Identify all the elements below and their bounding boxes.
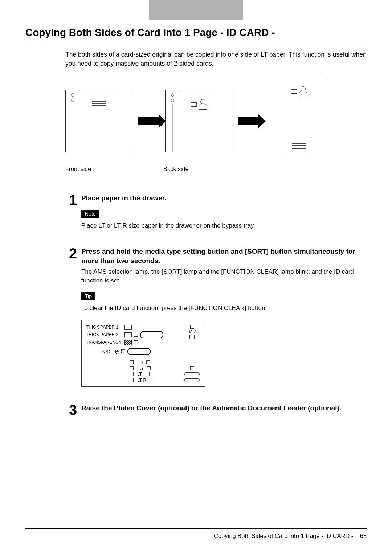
size-label: LG (137, 366, 143, 371)
step-1: 1 Place paper in the drawer. Note Place … (69, 193, 367, 230)
page-title: Copying Both Sides of Card into 1 Page -… (25, 27, 367, 38)
monitor-icon (189, 335, 195, 339)
sheet-icon (124, 332, 132, 337)
tip-label: Tip (81, 292, 95, 300)
panel-label: THICK PAPER 2 (86, 332, 122, 337)
output-sheet (270, 80, 328, 163)
note-text: Place LT or LT-R size paper in the drawe… (81, 221, 367, 230)
diagram-captions: Front side Back side (65, 166, 367, 172)
step-number: 3 (69, 403, 81, 417)
panel-label: SORT (101, 349, 113, 354)
panel-label: TRANSPARENCY (86, 340, 122, 345)
size-list: LD LG LT LT-R (130, 360, 176, 383)
note-label: Note (81, 210, 99, 218)
size-label: LD (137, 360, 143, 365)
step-2: 2 Press and hold the media type setting … (69, 246, 367, 387)
step-title: Place paper in the drawer. (81, 194, 367, 203)
panel-label: THICK PAPER 1 (86, 325, 122, 330)
oval-button-icon (140, 331, 163, 338)
scanner-front (65, 90, 133, 152)
step-3: 3 Raise the Platen Cover (optional) or t… (69, 403, 367, 417)
step-body-text: The AMS selection lamp, the [SORT] lamp … (81, 268, 367, 285)
scanner-back (165, 90, 233, 152)
card-back-icon (186, 95, 212, 114)
output-back-icon (291, 86, 307, 97)
slot-icon (184, 378, 200, 382)
size-label: LT (137, 372, 142, 377)
caption-front: Front side (65, 166, 163, 172)
tip-text: To clear the ID card function, press the… (81, 304, 367, 313)
step-number: 2 (69, 246, 81, 387)
title-rule (25, 41, 367, 41)
intro-text: The both sides of a card-sized original … (65, 50, 367, 69)
caption-back: Back side (163, 166, 261, 172)
arrow-icon (138, 117, 160, 125)
page-number: 63 (360, 533, 367, 539)
step-title: Press and hold the media type setting bu… (81, 247, 367, 265)
footer-title: Copying Both Sides of Card into 1 Page -… (214, 533, 353, 539)
card-front-icon (86, 95, 112, 114)
page-footer: Copying Both Sides of Card into 1 Page -… (25, 525, 367, 539)
oval-button-icon (127, 348, 151, 355)
size-label: LT-R (137, 378, 146, 383)
arrow-icon (238, 117, 260, 125)
data-label: DATA (187, 330, 196, 334)
step-title: Raise the Platen Cover (optional) or the… (81, 403, 367, 413)
control-panel-diagram: THICK PAPER 1 THICK PAPER 2 TRANSPARENCY… (81, 320, 205, 387)
transparency-icon (124, 340, 132, 345)
step-number: 1 (69, 193, 81, 230)
output-front-icon (286, 137, 312, 156)
header-tab-block (149, 0, 243, 20)
diagram-row (65, 80, 367, 163)
slot-icon (184, 372, 200, 376)
sheet-icon (124, 325, 132, 330)
